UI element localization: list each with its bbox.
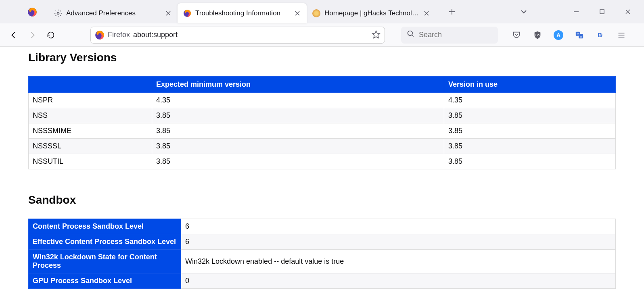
expected-version: 4.35 [152,93,444,108]
version-in-use: 3.85 [444,108,616,123]
tab-troubleshooting[interactable]: Troubleshooting Information [178,3,307,23]
tab-ghacks[interactable]: Homepage | gHacks Technology [307,3,436,23]
library-name: NSPR [29,93,152,108]
table-header: Expected minimum version [152,77,444,93]
table-row: NSSSMIME3.853.85 [29,123,616,139]
table-row: GPU Process Sandbox Level0 [29,273,616,289]
bookmark-star-icon[interactable] [372,30,381,40]
gear-icon [54,9,62,17]
close-icon[interactable] [165,10,172,17]
expected-version: 3.85 [152,108,444,123]
expected-version: 3.85 [152,123,444,139]
window-controls [568,4,636,20]
new-tab-button[interactable] [444,4,460,20]
search-input[interactable] [419,31,512,39]
svg-text:uo: uo [535,33,539,37]
version-in-use: 3.85 [444,154,616,169]
svg-point-15 [408,31,413,36]
svg-rect-11 [600,10,604,14]
sandbox-value: 0 [181,273,616,289]
minimize-button[interactable] [568,4,584,20]
tab-title: Homepage | gHacks Technology [324,9,419,17]
identity-box[interactable]: Firefox [95,30,130,40]
url-text: about:support [133,31,368,39]
firefox-icon [183,9,191,17]
sandbox-key: Win32k Lockdown State for Content Proces… [29,250,181,273]
svg-line-16 [412,35,414,37]
url-bar[interactable]: Firefox about:support [90,27,385,44]
sandbox-value: Win32k Lockdown enabled -- default value… [181,250,616,273]
library-versions-table: Expected minimum version Version in use … [28,76,616,169]
page-content: Library Versions Expected minimum versio… [0,47,644,294]
identity-label: Firefox [108,31,130,39]
table-row: NSSUTIL3.853.85 [29,154,616,169]
navigation-toolbar: Firefox about:support uo A 文a [0,23,644,47]
library-name: NSSSSL [29,139,152,154]
close-icon[interactable] [423,10,430,17]
close-icon[interactable] [294,10,301,17]
tab-strip: Advanced Preferences Troubleshooting Inf… [0,0,644,23]
back-button[interactable] [6,28,21,42]
firefox-icon [95,30,105,40]
forward-button[interactable] [25,28,40,42]
browser-chrome: Advanced Preferences Troubleshooting Inf… [0,0,644,47]
table-header [29,77,152,93]
table-header: Version in use [444,77,616,93]
reload-button[interactable] [44,28,58,42]
search-bar[interactable] [401,27,498,44]
tab-title: Troubleshooting Information [195,9,290,17]
version-in-use: 3.85 [444,123,616,139]
ghacks-favicon [312,9,320,17]
sandbox-value: 6 [181,219,616,234]
search-icon [407,30,415,40]
table-row: Content Process Sandbox Level6 [29,219,616,234]
expected-version: 3.85 [152,154,444,169]
library-name: NSSSMIME [29,123,152,139]
library-name: NSS [29,108,152,123]
table-row: NSSSSL3.853.85 [29,139,616,154]
svg-marker-14 [372,31,380,38]
version-in-use: 4.35 [444,93,616,108]
library-name: NSSUTIL [29,154,152,169]
list-all-tabs-button[interactable] [516,4,532,20]
toolbar-icons: uo A 文a B! [510,29,628,42]
hamburger-menu-icon[interactable] [615,29,628,42]
bitwarden-icon[interactable]: B! [594,29,607,42]
table-row: NSS3.853.85 [29,108,616,123]
sandbox-value: 6 [181,234,616,250]
tab-title: Advanced Preferences [66,9,161,17]
close-window-button[interactable] [620,4,636,20]
table-row: NSPR4.354.35 [29,93,616,108]
version-in-use: 3.85 [444,139,616,154]
table-row: Win32k Lockdown State for Content Proces… [29,250,616,273]
firefox-app-icon [27,7,37,17]
library-versions-heading: Library Versions [28,51,616,64]
sandbox-table: Content Process Sandbox Level6Effective … [28,219,616,289]
ublock-shield-icon[interactable]: uo [531,29,544,42]
svg-text:!: ! [602,33,603,38]
svg-point-1 [57,13,59,15]
tab-advanced-preferences[interactable]: Advanced Preferences [48,3,178,23]
sandbox-key: Effective Content Process Sandbox Level [29,234,181,250]
sandbox-key: Content Process Sandbox Level [29,219,181,234]
sandbox-heading: Sandbox [28,194,616,206]
sandbox-key: GPU Process Sandbox Level [29,273,181,289]
pocket-icon[interactable] [510,29,523,42]
expected-version: 3.85 [152,139,444,154]
table-row: Effective Content Process Sandbox Level6 [29,234,616,250]
account-icon[interactable]: A [552,29,565,42]
translate-icon[interactable]: 文a [573,29,586,42]
svg-text:文: 文 [577,32,579,36]
maximize-button[interactable] [594,4,610,20]
